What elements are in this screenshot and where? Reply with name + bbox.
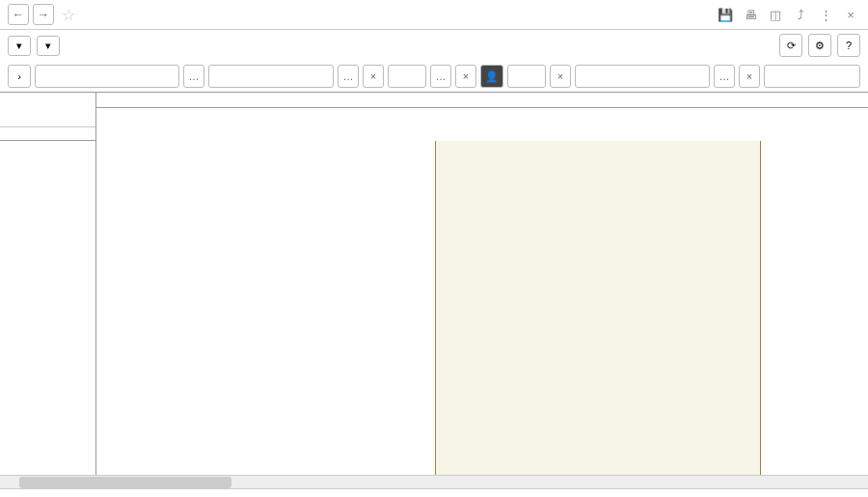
hotel-clear[interactable]: × [739, 65, 760, 88]
period-picker[interactable]: … [183, 65, 204, 88]
buildings-field[interactable] [388, 65, 426, 88]
close-icon[interactable]: × [841, 5, 860, 24]
room-header [0, 93, 95, 126]
selection-highlight [435, 141, 761, 475]
service-button[interactable]: ▾ [37, 36, 60, 56]
floor-clear[interactable]: × [550, 65, 571, 88]
settings-button[interactable]: ⚙ [808, 34, 831, 57]
link-icon[interactable]: ⤴ [791, 5, 810, 24]
hotel-field[interactable] [575, 65, 710, 88]
horizontal-scrollbar[interactable] [0, 475, 868, 488]
more-icon[interactable]: ⋮ [816, 5, 835, 24]
sanatorium-field[interactable] [764, 65, 860, 88]
report-icon[interactable]: ◫ [766, 5, 785, 24]
category-picker[interactable]: … [338, 65, 359, 88]
print-icon[interactable]: 🖶 [741, 5, 760, 24]
save-icon[interactable]: 💾 [716, 5, 735, 24]
floor-field[interactable] [507, 65, 546, 88]
create-button[interactable]: ▾ [8, 36, 31, 56]
hotel-picker[interactable]: … [714, 65, 735, 88]
help-button[interactable]: ? [837, 34, 860, 57]
person-filter-button[interactable]: 👤 [480, 65, 503, 88]
favorite-icon[interactable]: ☆ [62, 6, 75, 24]
expand-period-button[interactable]: › [8, 65, 31, 88]
category-clear[interactable]: × [363, 65, 384, 88]
forward-button[interactable]: → [33, 4, 54, 25]
daynight-header [0, 126, 95, 140]
back-button[interactable]: ← [8, 4, 29, 25]
buildings-clear[interactable]: × [455, 65, 476, 88]
status-bar [0, 488, 868, 497]
period-field[interactable] [35, 65, 179, 88]
category-field[interactable] [208, 65, 334, 88]
month-header [96, 93, 868, 108]
buildings-picker[interactable]: … [430, 65, 451, 88]
refresh-button[interactable]: ⟳ [779, 34, 802, 57]
